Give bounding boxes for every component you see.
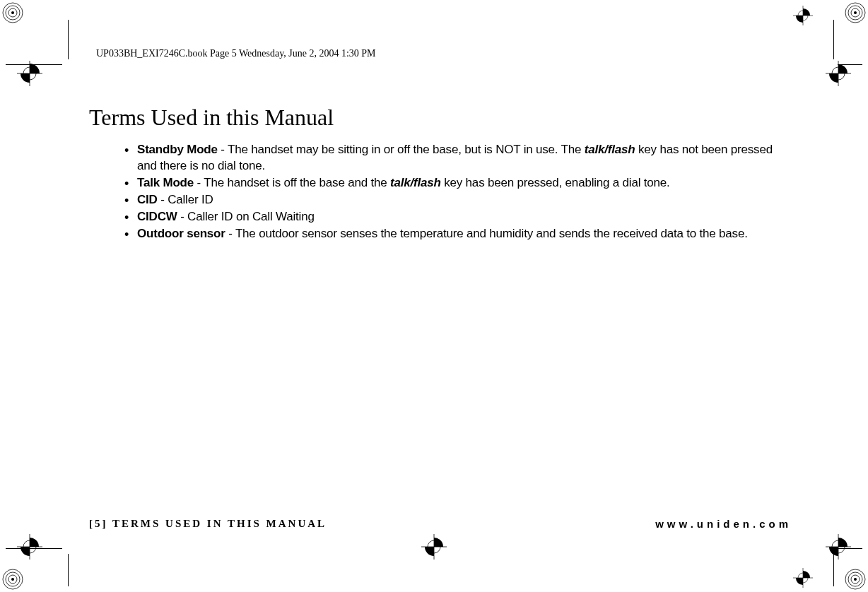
footer-right: www.uniden.com [655,518,792,530]
crop-mark [68,20,69,59]
term-text: - The handset may be sitting in or off t… [218,143,585,156]
page-container: UP033BH_EXI7246C.book Page 5 Wednesday, … [6,20,862,586]
registration-mark-icon [0,567,25,592]
term-item: CID - Caller ID [124,192,792,208]
registration-mark-icon [826,61,851,86]
term-text: - Caller ID [158,193,213,206]
term-item: Standby Mode - The handset may be sittin… [124,142,792,174]
term-name: Talk Mode [137,176,194,189]
term-item: CIDCW - Caller ID on Call Waiting [124,209,792,225]
registration-mark-icon [17,61,42,86]
page-title: Terms Used in this Manual [89,105,792,131]
svg-point-3 [11,11,14,14]
footer-left: [5] TERMS USED IN THIS MANUAL [89,518,327,530]
crop-mark [833,20,834,59]
registration-mark-icon [421,534,447,560]
registration-mark-icon [17,534,42,560]
term-item: Talk Mode - The handset is off the base … [124,175,792,191]
term-text: - The handset is off the base and the [194,176,390,189]
term-key: talk/flash [390,176,441,189]
svg-point-15 [854,578,857,581]
term-name: CIDCW [137,210,177,223]
svg-point-11 [11,578,14,581]
page-footer: [5] TERMS USED IN THIS MANUAL www.uniden… [89,518,792,530]
crop-mark [68,554,69,586]
svg-point-7 [854,11,857,14]
term-item: Outdoor sensor - The outdoor sensor sens… [124,226,792,242]
term-name: Standby Mode [137,143,218,156]
registration-mark-icon [826,534,851,560]
header-meta: UP033BH_EXI7246C.book Page 5 Wednesday, … [96,48,376,59]
term-key: talk/flash [585,143,635,156]
terms-list: Standby Mode - The handset may be sittin… [89,142,792,242]
term-name: CID [137,193,158,206]
registration-mark-icon [793,6,813,25]
content-area: Terms Used in this Manual Standby Mode -… [89,105,792,243]
registration-mark-icon [843,0,868,25]
term-text: - The outdoor sensor senses the temperat… [225,227,748,240]
registration-mark-icon [0,0,25,25]
registration-mark-icon [843,567,868,592]
term-text: - Caller ID on Call Waiting [177,210,315,223]
registration-mark-icon [793,568,813,588]
term-name: Outdoor sensor [137,227,225,240]
term-text: key has been pressed, enabling a dial to… [441,176,670,189]
